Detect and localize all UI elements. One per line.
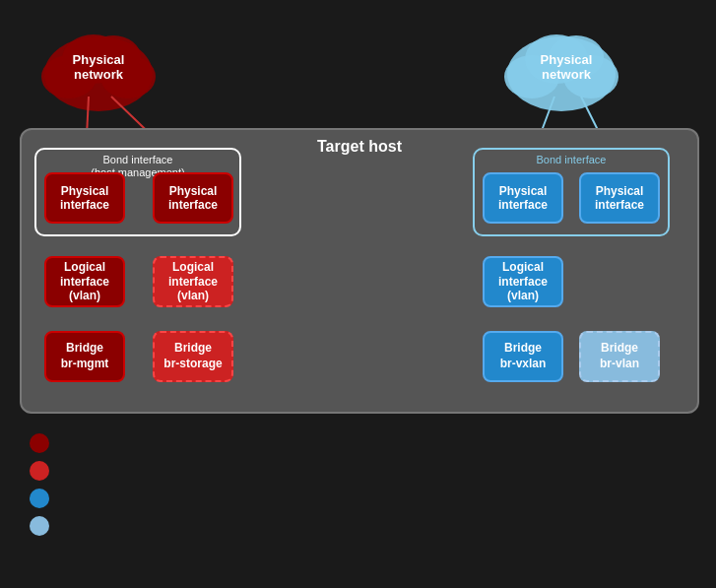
bridge-right-2: Bridge br-vlan	[579, 331, 660, 382]
svg-text:Physical: Physical	[541, 52, 593, 67]
logical-interface-right-1: Logicalinterface(vlan)	[483, 256, 563, 307]
svg-point-0	[44, 36, 153, 111]
svg-point-10	[525, 34, 588, 84]
svg-point-7	[507, 36, 616, 111]
bond-right-label: Bond interface	[529, 150, 615, 168]
svg-point-4	[86, 35, 141, 79]
svg-point-3	[62, 34, 125, 84]
svg-point-2	[100, 55, 156, 98]
svg-text:Physical: Physical	[73, 52, 125, 67]
legend-dot-medium-red	[30, 461, 49, 481]
legend-dot-blue	[30, 489, 49, 508]
legend-dot-light-blue	[30, 516, 49, 536]
bridge-left-2: Bridge br-storage	[153, 331, 233, 382]
logical-interface-left-2: Logicalinterface(vlan)	[153, 256, 233, 307]
svg-text:network: network	[542, 67, 592, 82]
target-host-label: Target host	[317, 138, 402, 156]
legend-item-4	[30, 516, 61, 536]
svg-point-11	[549, 35, 604, 79]
svg-point-8	[504, 55, 559, 98]
svg-point-9	[563, 55, 618, 98]
physical-interface-left-2: Physicalinterface	[153, 172, 233, 224]
diagram-area: Physical network Physical network	[10, 10, 706, 424]
bridge-right-1: Bridge br-vxlan	[483, 331, 563, 382]
legend-item-1	[30, 433, 61, 453]
legend-item-3	[30, 489, 61, 508]
legend-dot-dark-red	[30, 433, 49, 453]
physical-interface-right-1: Physicalinterface	[483, 172, 563, 224]
legend	[30, 433, 61, 544]
physical-interface-left-1: Physicalinterface	[44, 172, 125, 224]
logical-interface-left-1: Logicalinterface(vlan)	[44, 256, 125, 307]
svg-text:network: network	[74, 67, 124, 82]
bridge-left-1: Bridge br-mgmt	[44, 331, 125, 382]
legend-item-2	[30, 461, 61, 481]
svg-point-1	[41, 55, 97, 98]
physical-interface-right-2: Physicalinterface	[579, 172, 660, 224]
